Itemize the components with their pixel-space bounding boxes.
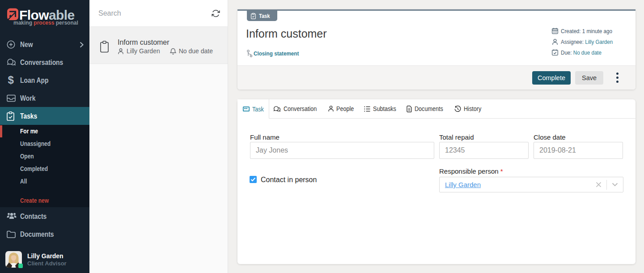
svg-text:making process personal: making process personal — [13, 20, 78, 26]
svg-text:$: $ — [8, 74, 14, 86]
